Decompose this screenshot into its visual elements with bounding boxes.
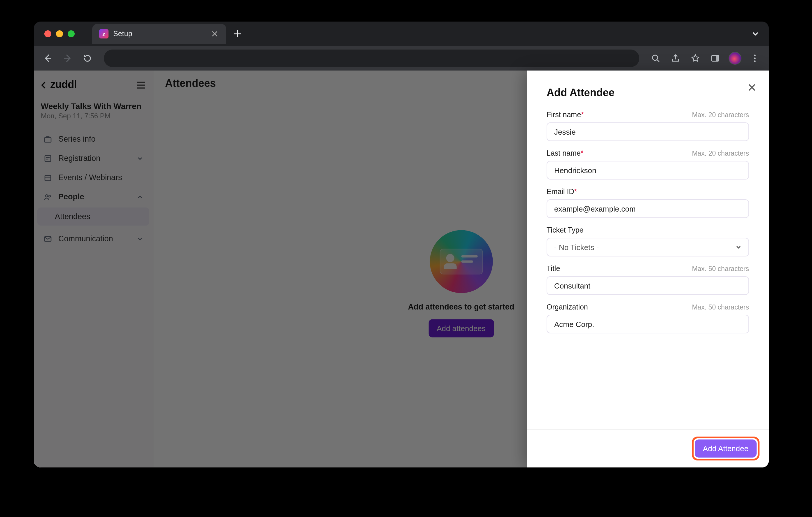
svg-point-4 — [754, 57, 756, 59]
profile-button[interactable] — [727, 50, 743, 66]
svg-point-5 — [754, 60, 756, 62]
new-tab-button[interactable] — [233, 30, 241, 38]
arrow-left-icon — [43, 54, 53, 63]
close-icon — [212, 31, 218, 37]
organization-input[interactable] — [547, 315, 749, 333]
window-minimize-button[interactable] — [56, 30, 63, 37]
reload-icon — [83, 54, 92, 63]
add-attendee-submit-button[interactable]: Add Attendee — [695, 439, 757, 458]
field-label: Last name* — [547, 149, 584, 157]
sidepanel-button[interactable] — [707, 50, 723, 66]
bookmark-button[interactable] — [687, 50, 703, 66]
drawer-title: Add Attendee — [547, 87, 749, 99]
last-name-input[interactable] — [547, 161, 749, 180]
field-hint: Max. 20 characters — [692, 150, 749, 157]
field-organization: Organization Max. 50 characters — [547, 303, 749, 333]
tab-close-button[interactable] — [210, 29, 219, 38]
share-icon — [671, 54, 680, 63]
chrome-toolbar — [34, 46, 769, 70]
field-label: Title — [547, 265, 560, 273]
app-content: zuddl Weekly Talks With Warren Mon, Sep … — [34, 70, 769, 467]
address-bar[interactable] — [104, 50, 639, 67]
title-input[interactable] — [547, 276, 749, 295]
star-icon — [691, 54, 700, 63]
sidepanel-icon — [710, 54, 720, 63]
tab-title: Setup — [113, 30, 205, 38]
svg-point-0 — [652, 55, 658, 60]
email-input[interactable] — [547, 199, 749, 218]
zoom-button[interactable] — [647, 50, 664, 66]
field-hint: Max. 50 characters — [692, 265, 749, 272]
share-button[interactable] — [667, 50, 684, 66]
drawer-close-button[interactable] — [748, 83, 756, 92]
svg-rect-2 — [716, 55, 719, 61]
tabs-dropdown-button[interactable] — [751, 30, 759, 38]
field-label: Organization — [547, 303, 588, 311]
arrow-right-icon — [63, 54, 72, 63]
window-controls — [44, 30, 75, 37]
avatar-icon — [729, 52, 742, 65]
field-label: Email ID* — [547, 188, 577, 196]
browser-tab[interactable]: z Setup — [92, 24, 226, 44]
field-ticket-type: Ticket Type — [547, 226, 749, 256]
drawer-footer: Add Attendee — [527, 429, 769, 467]
close-icon — [748, 83, 756, 92]
field-title: Title Max. 50 characters — [547, 265, 749, 295]
kebab-menu-button[interactable] — [747, 50, 763, 66]
field-email: Email ID* — [547, 188, 749, 218]
nav-forward-button[interactable] — [59, 50, 76, 66]
field-label: Ticket Type — [547, 226, 583, 234]
browser-window: z Setup — [34, 22, 769, 467]
field-hint: Max. 50 characters — [692, 304, 749, 311]
submit-highlight: Add Attendee — [692, 436, 759, 460]
chevron-down-icon — [751, 30, 759, 38]
svg-point-3 — [754, 55, 756, 56]
ticket-type-select[interactable] — [547, 238, 749, 256]
nav-back-button[interactable] — [40, 50, 56, 66]
first-name-input[interactable] — [547, 122, 749, 141]
dots-vertical-icon — [750, 54, 759, 63]
tab-favicon-icon: z — [99, 29, 109, 38]
field-hint: Max. 20 characters — [692, 111, 749, 118]
field-first-name: First name* Max. 20 characters — [547, 111, 749, 141]
field-last-name: Last name* Max. 20 characters — [547, 149, 749, 180]
window-close-button[interactable] — [44, 30, 51, 37]
magnify-icon — [651, 54, 660, 63]
chrome-tab-strip: z Setup — [34, 22, 769, 46]
plus-icon — [233, 30, 241, 38]
window-zoom-button[interactable] — [68, 30, 75, 37]
nav-reload-button[interactable] — [79, 50, 96, 66]
add-attendee-drawer: Add Attendee First name* Max. 20 charact… — [527, 70, 769, 467]
field-label: First name* — [547, 111, 584, 119]
